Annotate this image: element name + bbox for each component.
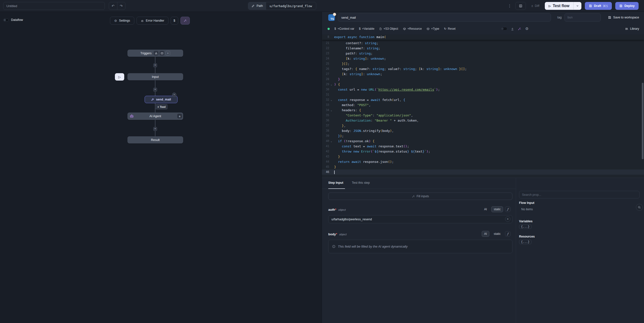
fold-chevron-icon[interactable]: ⌄ [330,108,333,113]
code-line-26[interactable]: 26 tags?: { name?: string; value?: strin… [322,66,644,72]
code-line-31[interactable]: 31 [322,92,644,97]
code-line-21[interactable]: 21 content?: string; [322,41,644,46]
code-line-30[interactable]: 30 const url = new URL(`https://api.rese… [322,87,644,92]
code-line-33[interactable]: 33 method: "POST", [322,102,644,108]
path-widget[interactable]: Path u/farhadglbs/grand_flow [248,2,316,10]
undo-button[interactable]: ↶ [109,2,117,10]
reset-button[interactable]: ↻ Reset [444,27,456,31]
settings-button[interactable]: ⚙ Settings [110,17,134,25]
search-prop-input[interactable] [519,191,640,198]
more-menu-icon[interactable]: ⋮ [507,4,512,8]
auth-value-input[interactable] [328,215,512,223]
test-flow-button[interactable]: ▷ Test flow [545,2,582,10]
error-handler-button[interactable]: Error Handler [136,17,168,25]
tab-step-input[interactable]: Step Input [328,181,343,184]
code-line-32[interactable]: 32⌄ const response = await fetch(url, { [322,97,644,102]
run-flow-button[interactable]: ▷ [115,73,124,81]
node-input[interactable]: Input [128,73,183,80]
code-line-40[interactable]: 40⌄ if (!response.ok) { [322,139,644,144]
deploy-button[interactable]: Deploy [615,2,638,10]
add-context-var-button[interactable]: $ +Context var [334,27,354,31]
code-line-34[interactable]: 34⌄ headers: { [322,108,644,113]
code-line-41[interactable]: 41 const text = await response.text(); [322,144,644,149]
code-line-43[interactable]: 43 } [322,154,644,159]
fold-chevron-icon[interactable]: ⌄ [330,82,333,87]
body-static-mode-button[interactable]: static [491,231,503,237]
diff-mode-icon[interactable]: ± [512,27,513,31]
env-vars-button[interactable]: $ [171,17,178,25]
add-s3-object-button[interactable]: +S3 Object [379,27,398,31]
add-trigger-button[interactable]: + [166,51,170,56]
resources-object-badge[interactable]: {...} [519,240,532,244]
editor-scrollbar[interactable] [642,83,644,159]
add-type-button[interactable]: +Type [426,27,439,31]
code-line-39[interactable]: 39 }); [322,133,644,139]
auth-static-mode-button[interactable]: static [491,206,503,212]
fold-chevron-icon[interactable]: ⌄ [330,97,333,102]
tab-test-this-step[interactable]: Test this step [352,181,370,184]
code-line-42[interactable]: 42 throw new Error(`${response.status} $… [322,149,644,154]
auth-ai-mode-button[interactable]: AI [482,206,489,212]
code-line-45[interactable]: 45} [322,164,644,169]
save-to-workspace-button[interactable]: Save to workspace [608,16,639,19]
path-value[interactable]: u/farhadglbs/grand_flow [266,2,316,10]
expression-mode-icon[interactable]: ƒ [505,231,510,236]
webhook-trigger-icon[interactable] [154,51,158,56]
code-line-44[interactable]: 44 return await response.json(); [322,159,644,164]
code-line-36[interactable]: 36 Authorization: "Bearer " + auth.token… [322,118,644,123]
code-line-46[interactable]: 46 [322,169,644,175]
search-icon[interactable] [636,204,643,211]
remove-tool-button[interactable]: × [172,93,176,97]
redo-button[interactable]: ↷ [117,2,126,10]
variables-object-badge[interactable]: {...} [519,224,532,229]
code-editor[interactable]: 20⌄ attachments?: {21 content?: string;2… [322,34,644,178]
code-line-35[interactable]: 35 "Content-Type": "application/json", [322,113,644,118]
step-name-input[interactable] [338,13,551,22]
draft-button[interactable]: Draft ⌘S [585,2,612,10]
expression-mode-icon[interactable]: ƒ [505,207,510,212]
draft-shortcut: ⌘S [603,4,608,8]
node-result[interactable]: Result [128,136,183,143]
fill-inputs-button[interactable]: Fill inputs [328,193,512,200]
diff-button[interactable]: ± Diff [529,2,541,10]
node-send-mail-tool[interactable]: send_mail [144,96,178,103]
body-field-label: body* object [328,232,347,236]
email-trigger-icon[interactable] [160,51,164,56]
editor-toggle[interactable] [500,27,507,31]
code-line-25[interactable]: 25 }[]; [322,61,644,66]
node-ai-agent[interactable]: AI Agent a [128,113,183,120]
flow-title-input[interactable] [3,2,105,10]
line-number: 33 [322,102,334,108]
flow-canvas[interactable]: Dataflow ⚙ Settings Error Handler $ Trig… [0,12,322,323]
add-step-button[interactable]: + [153,63,157,67]
code-line-24[interactable]: 24 [k: string]: unknown; [322,56,644,61]
docs-button[interactable] [515,2,526,10]
fold-chevron-icon[interactable]: ⌄ [330,139,333,144]
dataflow-toggle[interactable] [3,19,8,22]
code-line-8[interactable]: 8export async function main( [322,34,644,40]
code-line-22[interactable]: 22 filename?: string; [322,46,644,51]
test-flow-dropdown[interactable] [573,2,582,10]
code-line-38[interactable]: 38 body: JSON.stringify(body), [322,128,644,133]
refresh-icon: ↻ [444,27,446,31]
pencil-icon [252,5,254,8]
add-tool-button[interactable]: + Tool [155,104,168,110]
code-line-23[interactable]: 23 path?: string; [322,51,644,56]
add-step-button[interactable]: + [153,127,157,131]
code-text: } [334,77,340,82]
code-line-27[interactable]: 27 [k: string]: unknown; [322,72,644,77]
gear-icon[interactable]: ⚙ [526,27,528,31]
clear-auth-button[interactable]: × [505,216,510,222]
code-line-28[interactable]: 28 } [322,77,644,82]
code-line-37[interactable]: 37 }, [322,123,644,128]
tag-input[interactable] [564,13,601,22]
node-triggers[interactable]: Triggers + [128,50,183,57]
add-step-button[interactable]: + [153,88,157,92]
code-line-29[interactable]: 29⌄) { [322,82,644,87]
add-variable-button[interactable]: $ +Variable [359,27,374,31]
ai-assistant-button[interactable] [180,17,190,25]
library-button[interactable]: Library [625,23,639,34]
add-resource-button[interactable]: +Resource [403,27,422,31]
body-ai-mode-button[interactable]: AI [482,231,489,237]
ai-wand-icon[interactable] [518,27,521,31]
